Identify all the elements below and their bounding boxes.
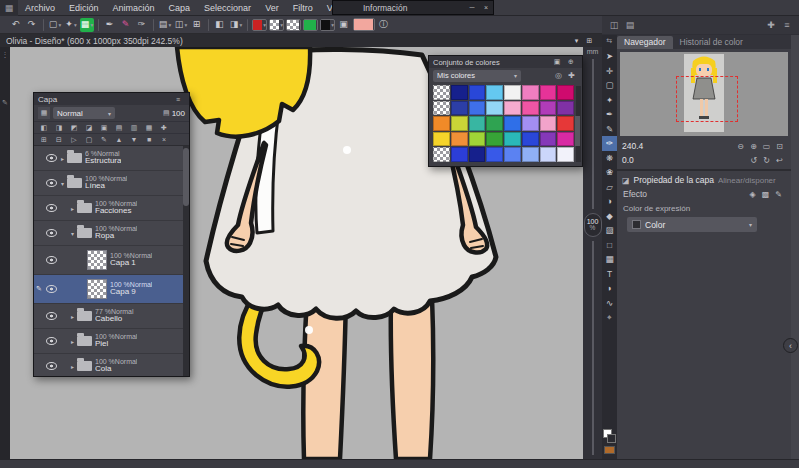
panel-menu-icon[interactable]: ▣	[550, 56, 564, 69]
fit-screen-icon[interactable]: ▭	[760, 140, 773, 152]
color-swatch[interactable]	[540, 132, 557, 147]
toolbar-item[interactable]	[43, 19, 44, 31]
add-panel-icon[interactable]: ✚	[764, 18, 778, 32]
layer-tool-icon[interactable]: ◪	[82, 122, 96, 133]
color-swatch[interactable]	[451, 132, 468, 147]
current-color-chip[interactable]	[353, 18, 375, 31]
tab-alinear-disponer[interactable]: Alinear/disponer	[718, 176, 776, 185]
layer-row[interactable]: 100 %Normal Capa 1	[34, 246, 183, 275]
eraser-tool[interactable]: ▱	[602, 180, 617, 195]
minimize-icon[interactable]: ─	[465, 1, 479, 14]
layer-tool-icon[interactable]: ✎	[97, 134, 111, 145]
menu-item[interactable]: Ver	[258, 0, 286, 15]
brush-icon[interactable]: ✑	[135, 18, 149, 32]
expand-arrow-icon[interactable]: ▾	[58, 180, 67, 187]
scrollbar-thumb[interactable]	[575, 116, 580, 146]
layer-tool-icon[interactable]: ▦	[142, 122, 156, 133]
menu-item[interactable]: Filtro	[286, 0, 320, 15]
eyedropper-tool[interactable]: ⌖	[602, 310, 617, 325]
draft-layer-icon[interactable]: ✎	[772, 188, 785, 200]
gradient-tool[interactable]: ▨	[602, 223, 617, 238]
zoom-in-icon[interactable]: ⊕	[747, 140, 760, 152]
menu-item[interactable]: Animación	[106, 0, 162, 15]
layer-row[interactable]: ▸ 77 %Normal Cabello	[34, 304, 183, 329]
layer-panel-titlebar[interactable]: Capa ≡	[34, 93, 189, 105]
expand-arrow-icon[interactable]: ▸	[68, 363, 77, 370]
main-color-chip[interactable]: ▾	[252, 19, 267, 31]
visibility-eye-icon[interactable]	[44, 146, 58, 170]
figure-tool[interactable]: □	[602, 238, 617, 253]
color-swatch[interactable]	[540, 85, 557, 100]
workspace-icon[interactable]: ◫	[607, 18, 621, 32]
layer-tool-icon[interactable]: ✚	[157, 122, 171, 133]
color-swatch[interactable]	[522, 147, 539, 162]
layer-tool-icon[interactable]: ◨	[52, 122, 66, 133]
layer-row[interactable]: ▸ 100 %Normal Cola	[34, 354, 183, 376]
opacity-knob[interactable]: 100 %	[584, 213, 602, 237]
color-swatch[interactable]	[522, 101, 539, 116]
opacity-slider-track[interactable]	[592, 241, 594, 455]
expand-arrow-icon[interactable]: ▸	[68, 205, 77, 212]
layer-row[interactable]: ▾ 100 %Normal Línea	[34, 171, 183, 196]
green-indicator-chip[interactable]	[303, 19, 318, 31]
layer-tool-icon[interactable]: ▥	[127, 122, 141, 133]
panel-menu-icon[interactable]: ≡	[780, 18, 794, 32]
toolbar-item[interactable]	[208, 19, 209, 31]
visibility-eye-icon[interactable]	[44, 171, 58, 195]
brush-size-slider-track[interactable]	[592, 59, 594, 209]
color-swatch[interactable]	[522, 132, 539, 147]
color-swatch[interactable]	[557, 132, 574, 147]
layer-tool-icon[interactable]: ■	[142, 134, 156, 145]
add-swatch-icon[interactable]: ✚	[565, 70, 578, 82]
marquee-tool[interactable]: ▢	[602, 78, 617, 93]
expand-arrow-icon[interactable]: ▸	[58, 155, 67, 162]
color-swatch[interactable]	[522, 116, 539, 131]
color-swatch[interactable]	[469, 147, 486, 162]
color-swatch[interactable]	[504, 147, 521, 162]
tab-propiedad-de-la-capa[interactable]: Propiedad de la capa	[634, 175, 714, 185]
color-swatch[interactable]	[451, 147, 468, 162]
layer-tool-icon[interactable]: ▼	[127, 134, 141, 145]
color-swatch[interactable]	[469, 101, 486, 116]
flip-view-icon[interactable]: ◧	[213, 18, 227, 32]
tab-historial-de-color[interactable]: Historial de color	[673, 36, 750, 49]
layer-row[interactable]: 100 %Normal Capa 9	[34, 275, 183, 304]
new-tab-icon[interactable]: ⊞	[584, 35, 595, 46]
color-swatch[interactable]	[486, 85, 503, 100]
info-icon[interactable]: ⓘ	[377, 18, 391, 32]
layer-palette-icon[interactable]: ▦	[38, 107, 50, 119]
color-swatch[interactable]	[451, 85, 468, 100]
magic-wand-tool[interactable]: ✦	[602, 93, 617, 108]
scrollbar-thumb[interactable]	[183, 148, 189, 206]
blend-mode-dropdown[interactable]: Normal ▾	[53, 107, 115, 119]
color-swatch[interactable]	[486, 132, 503, 147]
layer-tool-icon[interactable]: ▢	[82, 134, 96, 145]
informacion-window-titlebar[interactable]: Información ─ ×	[332, 0, 494, 15]
snap-ruler-icon[interactable]: ◫ ▾	[174, 18, 188, 32]
marker-icon[interactable]: ✎	[119, 18, 133, 32]
visibility-eye-icon[interactable]	[44, 275, 58, 303]
color-swatch[interactable]	[469, 132, 486, 147]
visibility-eye-icon[interactable]	[44, 329, 58, 353]
layer-row[interactable]: ▸ 6 %Normal Estructura	[34, 146, 183, 171]
swap-tools-icon[interactable]: ⇆	[607, 37, 613, 49]
brush-tool[interactable]: ✑	[602, 136, 617, 151]
color-swatch[interactable]	[469, 85, 486, 100]
reset-rotation-icon[interactable]: ↩	[773, 154, 786, 166]
visibility-eye-icon[interactable]	[44, 354, 58, 376]
layer-tool-icon[interactable]: ▷	[67, 134, 81, 145]
palette-icon[interactable]: ▣	[337, 18, 351, 32]
tone-effect-icon[interactable]: ▩	[759, 188, 772, 200]
text-tool[interactable]: T	[602, 267, 617, 282]
layer-tool-icon[interactable]: ⊞	[37, 134, 51, 145]
color-swatch[interactable]	[540, 116, 557, 131]
menu-item[interactable]: Archivo	[18, 0, 62, 15]
expand-arrow-icon[interactable]: ▸	[68, 338, 77, 345]
selection-tool-icon[interactable]: ▢ ▾	[48, 18, 62, 32]
menu-item[interactable]: Edición	[62, 0, 106, 15]
operation-tool[interactable]: ➤	[602, 49, 617, 64]
color-swatch[interactable]	[433, 101, 450, 116]
color-swatch[interactable]	[504, 101, 521, 116]
snap-grid-icon[interactable]: ⊞	[190, 18, 204, 32]
active-mode-icon[interactable]: ▦ ▾	[80, 18, 94, 32]
